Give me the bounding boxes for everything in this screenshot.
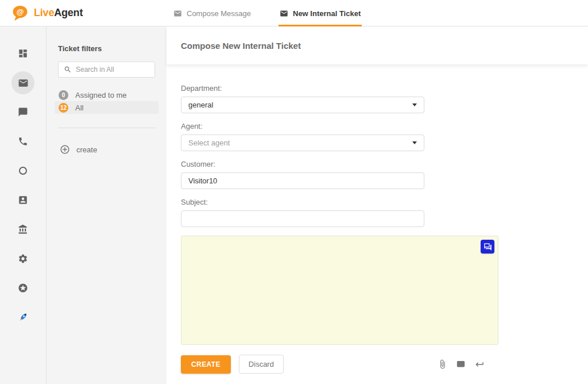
agent-label: Agent: (181, 122, 424, 130)
department-select[interactable]: general (181, 97, 424, 113)
new-internal-ticket-form: Department: general Agent: Select agent … (167, 64, 588, 374)
sidebar-item-settings[interactable] (11, 247, 34, 270)
main-content: Compose New Internal Ticket Department: … (167, 26, 588, 384)
search-input[interactable] (76, 66, 149, 74)
logo-speech-bubble-icon: @ (11, 5, 30, 21)
department-label: Department: (181, 84, 424, 93)
message-toolbar-icons (438, 359, 485, 370)
department-selected-value: general (188, 101, 213, 109)
mail-icon (18, 78, 29, 89)
sidebar-item-dashboard[interactable] (11, 42, 34, 65)
header-tabs: Compose Message New Internal Ticket (172, 0, 362, 26)
sidebar-item-calls[interactable] (11, 130, 34, 153)
body-row: Ticket filters 0 Assigned to me 12 All (0, 26, 588, 384)
return-arrow-icon[interactable] (474, 359, 485, 370)
liveagent-app: @ LiveAgent Compose Message New Internal… (0, 0, 588, 384)
plus-circle-icon (60, 144, 70, 155)
search-box (58, 62, 155, 78)
page-title: Compose New Internal Ticket (181, 41, 301, 51)
customer-label: Customer: (181, 160, 424, 168)
customer-input[interactable] (181, 172, 424, 189)
tab-new-internal-ticket[interactable]: New Internal Ticket (278, 0, 362, 26)
filters-divider (58, 128, 155, 128)
sidebar-item-chats[interactable] (11, 101, 34, 124)
navigation-icon-rail (0, 26, 46, 384)
phone-icon (18, 136, 28, 147)
top-header-bar: @ LiveAgent Compose Message New Internal… (0, 0, 588, 26)
ring-icon (18, 166, 28, 176)
chat-bubbles-icon (483, 243, 492, 251)
rocket-icon (17, 312, 29, 323)
sidebar-item-tickets[interactable] (11, 71, 34, 94)
agent-select[interactable]: Select agent (181, 135, 424, 151)
agent-placeholder: Select agent (188, 139, 230, 147)
main-header: Compose New Internal Ticket (167, 26, 588, 64)
count-badge: 12 (59, 103, 68, 113)
form-actions: CREATE Discard (181, 355, 498, 374)
chevron-down-icon (412, 103, 417, 106)
message-textarea[interactable] (181, 236, 498, 345)
create-button[interactable]: CREATE (181, 355, 231, 374)
create-filter-button[interactable]: create (60, 144, 167, 155)
chat-icon (18, 107, 28, 117)
tab-label: New Internal Ticket (293, 9, 361, 18)
filter-label: Assigned to me (75, 91, 127, 99)
envelope-icon (173, 9, 182, 18)
svg-text:@: @ (17, 7, 24, 16)
sidebar-item-billing[interactable] (11, 218, 34, 241)
bank-icon (18, 224, 28, 235)
dashboard-icon (18, 48, 28, 59)
count-badge: 0 (59, 90, 68, 100)
agent-field-group: Agent: Select agent (181, 122, 424, 151)
logo-text: LiveAgent (34, 7, 83, 19)
ticket-filters-title: Ticket filters (58, 44, 167, 53)
message-body-area (181, 236, 498, 345)
tab-compose-message[interactable]: Compose Message (172, 0, 252, 26)
search-icon (64, 66, 72, 74)
paperclip-icon[interactable] (438, 359, 447, 369)
star-circle-icon (18, 283, 28, 293)
gear-icon (18, 254, 28, 264)
subject-field-group: Subject: (181, 198, 424, 227)
create-label: create (76, 145, 97, 154)
contact-card-icon (18, 195, 28, 205)
subject-label: Subject: (181, 198, 424, 206)
subject-input[interactable] (181, 210, 424, 227)
liveagent-logo[interactable]: @ LiveAgent (11, 5, 83, 21)
sidebar-item-automation[interactable] (11, 159, 34, 182)
customer-field-group: Customer: (181, 160, 424, 189)
sidebar-item-getting-started[interactable] (11, 306, 34, 329)
sidebar-item-contacts[interactable] (11, 189, 34, 212)
filter-all[interactable]: 12 All (55, 101, 158, 114)
comment-icon[interactable] (456, 359, 466, 369)
filter-label: All (75, 103, 83, 112)
envelope-icon (280, 9, 288, 18)
chevron-down-icon (412, 141, 417, 144)
ticket-filters-panel: Ticket filters 0 Assigned to me 12 All (46, 26, 167, 384)
sidebar-item-gamification[interactable] (11, 277, 34, 299)
canned-messages-button[interactable] (481, 240, 494, 254)
department-field-group: Department: general (181, 84, 424, 113)
filter-assigned-to-me[interactable]: 0 Assigned to me (55, 89, 158, 101)
discard-button[interactable]: Discard (239, 355, 284, 374)
tab-label: Compose Message (187, 9, 251, 18)
